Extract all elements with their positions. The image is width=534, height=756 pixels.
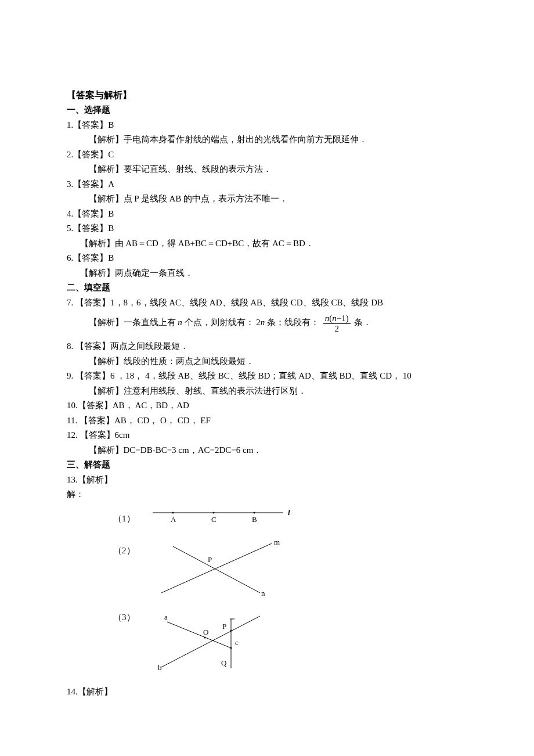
analysis-line: 【解析】点 P 是线段 AB 的中点，表示方法不唯一． <box>67 192 467 207</box>
analysis-line: 【解析】注意利用线段、射线、直线的表示法进行区别． <box>67 384 467 399</box>
diagram-point-label: P <box>222 622 226 631</box>
diagram-label: （1） <box>113 512 135 527</box>
diagram-line-label: b <box>158 663 162 672</box>
answer-item: 8. 【答案】两点之间线段最短． 【解析】线段的性质：两点之间线段最短． <box>67 339 467 369</box>
answer-line: 9. 【答案】6 ，18， 4，线段 AB、线段 BC、线段 BD；直线 AD、… <box>67 369 467 384</box>
answer-item: 5.【答案】B 【解析】由 AB＝CD，得 AB+BC＝CD+BC，故有 AC＝… <box>67 221 467 251</box>
answer-item: 13.【解析】 <box>67 473 467 488</box>
diagram-row-3: （3） a b O P c Q <box>113 604 467 674</box>
diagram-point-label: P <box>208 555 212 564</box>
page-container: 【答案与解析】 一、选择题 1.【答案】B 【解析】手电筒本身看作射线的端点，射… <box>0 0 534 756</box>
analysis-text: 个点，则射线有： <box>185 318 254 327</box>
analysis-line: 【解析】要牢记直线、射线、线段的表示方法． <box>67 162 467 177</box>
svg-point-11 <box>230 629 232 631</box>
section-1-title: 一、选择题 <box>67 103 467 118</box>
diagram-point-label: A <box>171 515 176 524</box>
svg-point-2 <box>212 512 214 513</box>
answer-item: 6.【答案】B 【解析】两点确定一条直线． <box>67 251 467 280</box>
svg-line-6 <box>161 616 260 667</box>
diagram-point-label: O <box>203 628 208 636</box>
answer-line: 8. 【答案】两点之间线段最短． <box>67 339 467 354</box>
answer-item: 3.【答案】A 【解析】点 P 是线段 AB 的中点，表示方法不唯一． <box>67 177 467 207</box>
answer-line: 10.【答案】AB， AC，BD，AD <box>67 398 467 413</box>
diagram-line-label: n <box>261 589 265 597</box>
answer-item: 4.【答案】B <box>67 207 467 222</box>
answer-line: 7. 【答案】1，8，6，线段 AC、线段 AD、线段 AB、线段 CD、线段 … <box>67 296 467 311</box>
section-2-title: 二、填空题 <box>67 280 467 296</box>
answer-line: 6.【答案】B <box>67 251 467 266</box>
fraction-numerator: n(n−1) <box>323 314 351 324</box>
diagram-label: （2） <box>113 543 135 559</box>
svg-line-5 <box>173 546 260 593</box>
answer-item: 7. 【答案】1，8，6，线段 AC、线段 AD、线段 AB、线段 CD、线段 … <box>67 296 467 334</box>
main-title: 【答案与解析】 <box>67 87 467 103</box>
answer-item: 9. 【答案】6 ，18， 4，线段 AB、线段 BC、线段 BD；直线 AD、… <box>67 369 467 398</box>
answer-line: 3.【答案】A <box>67 177 467 192</box>
diagram-2-svg: P m n <box>150 538 289 599</box>
diagram-point-label: C <box>211 515 217 524</box>
diagram-area: （1） A C B l （2） P m n （3） <box>113 506 467 674</box>
diagram-label: （3） <box>113 610 135 625</box>
diagram-line-label: c <box>235 638 239 647</box>
diagram-line-label: l <box>288 508 290 517</box>
diagram-point-label: Q <box>221 658 227 667</box>
svg-point-3 <box>253 512 255 513</box>
diagram-row-1: （1） A C B l <box>113 506 467 532</box>
answer-line: 12. 【答案】6cm <box>67 428 467 443</box>
answer-item: 10.【答案】AB， AC，BD，AD <box>67 398 467 413</box>
analysis-heading: 13.【解析】 <box>67 473 467 488</box>
answer-item: 2.【答案】C 【解析】要牢记直线、射线、线段的表示方法． <box>67 147 467 177</box>
svg-line-7 <box>167 622 231 648</box>
svg-point-1 <box>172 512 174 513</box>
answer-item: 1.【答案】B 【解析】手电筒本身看作射线的端点，射出的光线看作向前方无限延伸． <box>67 118 467 147</box>
analysis-heading: 14.【解析】 <box>67 685 467 700</box>
analysis-line: 【解析】由 AB＝CD，得 AB+BC＝CD+BC，故有 AC＝BD． <box>67 236 467 251</box>
svg-line-4 <box>161 543 272 593</box>
diagram-line-label: a <box>164 613 168 621</box>
solution-label: 解： <box>67 487 467 502</box>
diagram-point-label: B <box>252 515 257 524</box>
analysis-line: 【解析】DC=DB-BC=3 cm，AC=2DC=6 cm． <box>67 443 467 458</box>
math-var: 2n <box>256 318 265 327</box>
analysis-line: 【解析】一条直线上有 n 个点，则射线有： 2n 条；线段有： n(n−1) 2… <box>67 314 467 333</box>
analysis-line: 【解析】线段的性质：两点之间线段最短． <box>67 354 467 369</box>
answer-item: 12. 【答案】6cm 【解析】DC=DB-BC=3 cm，AC=2DC=6 c… <box>67 428 467 458</box>
answer-item: 14.【解析】 <box>67 685 467 700</box>
svg-point-12 <box>230 647 232 649</box>
diagram-line-label: m <box>274 538 280 546</box>
answer-line: 1.【答案】B <box>67 118 467 133</box>
answer-item: 11. 【答案】AB， CD， O， CD， EF <box>67 413 467 429</box>
analysis-text: 条． <box>354 318 371 327</box>
answer-line: 11. 【答案】AB， CD， O， CD， EF <box>67 413 467 429</box>
diagram-1-svg: A C B l <box>150 506 301 532</box>
fraction-denominator: 2 <box>323 324 351 334</box>
analysis-line: 【解析】手电筒本身看作射线的端点，射出的光线看作向前方无限延伸． <box>67 132 467 147</box>
section-3-title: 三、解答题 <box>67 458 467 473</box>
math-fraction: n(n−1) 2 <box>323 314 351 333</box>
diagram-3-svg: a b O P c Q <box>150 604 283 674</box>
answer-line: 2.【答案】C <box>67 147 467 163</box>
answer-line: 4.【答案】B <box>67 207 467 222</box>
answer-line: 5.【答案】B <box>67 221 467 236</box>
analysis-text: 条；线段有： <box>267 318 319 327</box>
math-var: n <box>178 318 182 327</box>
analysis-line: 【解析】两点确定一条直线． <box>67 266 467 281</box>
diagram-row-2: （2） P m n <box>113 538 467 599</box>
svg-point-10 <box>204 636 205 638</box>
analysis-text: 【解析】一条直线上有 <box>89 318 176 327</box>
